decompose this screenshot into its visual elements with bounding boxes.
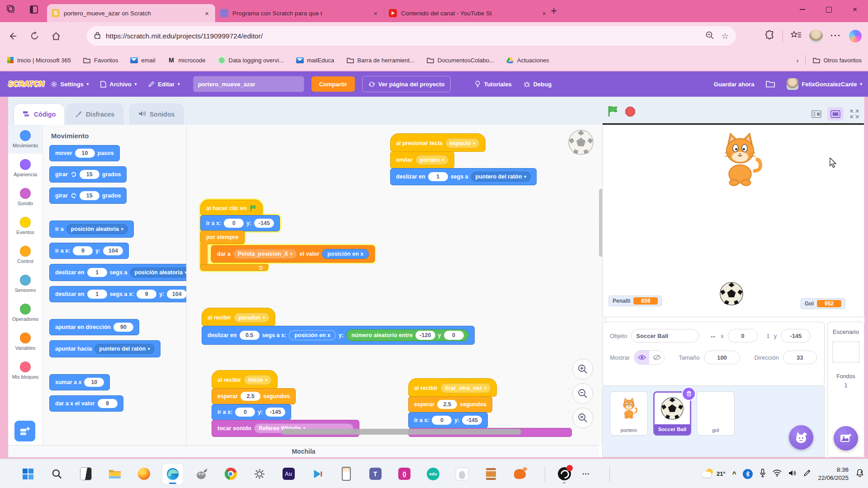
search-icon[interactable] xyxy=(42,463,71,485)
film-icon[interactable] xyxy=(476,463,505,485)
block-value-input[interactable]: 10 xyxy=(84,378,104,387)
block-value-input[interactable]: 9 xyxy=(137,290,156,299)
block-value-input[interactable]: 9 xyxy=(73,246,93,255)
copilot-icon[interactable] xyxy=(849,30,862,42)
soccer-ball-sprite[interactable] xyxy=(719,282,744,308)
block-dropdown[interactable]: Inicio xyxy=(244,375,272,385)
audition-icon[interactable]: Au xyxy=(274,463,303,485)
tab-actions-icon[interactable] xyxy=(6,5,16,14)
block-value-input[interactable]: 104 xyxy=(167,290,187,299)
scratch-block[interactable]: al presionar teclaespacio xyxy=(390,133,486,152)
scratch-block[interactable]: ir a x:0y:-145 xyxy=(408,412,488,428)
stop-button[interactable] xyxy=(625,106,636,119)
bookmark-item[interactable]: DocumentosColabo... xyxy=(427,57,494,64)
scratch-block[interactable]: dar aPelota_posicion_Xel valorposición e… xyxy=(211,245,375,263)
block-dropdown[interactable]: puntero del ratón xyxy=(94,344,154,354)
direction-input[interactable]: 33 xyxy=(783,351,817,364)
other-favorites[interactable]: Otros favoritos xyxy=(812,57,862,64)
bookmark-item[interactable]: Favoritos xyxy=(83,57,118,64)
block-value-input[interactable]: -145 xyxy=(265,408,285,417)
volume-icon[interactable] xyxy=(788,469,797,479)
sprite-card[interactable]: portero xyxy=(610,391,648,436)
zoom-reset-button[interactable] xyxy=(572,408,593,428)
fullscreen-button[interactable] xyxy=(846,107,863,121)
tab-código[interactable]: Código xyxy=(14,103,65,125)
add-extension-button[interactable] xyxy=(14,421,35,441)
reporter-block[interactable]: posición en x xyxy=(322,249,369,259)
bookmark-item[interactable]: Data logging overvi... xyxy=(218,57,284,64)
block-value-input[interactable]: 0 xyxy=(224,219,244,228)
block-value-input[interactable]: 1 xyxy=(428,172,448,181)
zoom-in-button[interactable] xyxy=(572,359,593,380)
share-button[interactable]: Compartir xyxy=(311,76,355,92)
browser-tab[interactable]: Contenido del canal - YouTube St× xyxy=(384,4,552,22)
back-icon[interactable] xyxy=(4,27,22,45)
more-bookmarks-icon[interactable]: › xyxy=(796,56,798,64)
hide-sprite-button[interactable] xyxy=(649,351,664,364)
block-value-input[interactable]: 90 xyxy=(113,323,133,332)
scratch-block[interactable]: ir aposición aleatoria xyxy=(49,221,134,238)
sidebar-category-operadores[interactable]: Operadores xyxy=(8,298,42,327)
add-backdrop-button[interactable] xyxy=(834,426,858,450)
sidebar-category-sonido[interactable]: Sonido xyxy=(8,183,42,211)
save-now-button[interactable]: Guardar ahora xyxy=(708,71,760,97)
bookmark-item[interactable]: email xyxy=(130,57,155,64)
block-value-input[interactable]: 0 xyxy=(444,331,464,340)
weather-widget[interactable]: 21° xyxy=(702,468,726,480)
favorite-star-icon[interactable]: ☆ xyxy=(722,31,729,41)
backpack-bar[interactable]: Mochila xyxy=(8,445,599,457)
bookmark-item[interactable]: mailEduca xyxy=(296,57,335,64)
bookmark-item[interactable]: Inicio | Microsoft 365 xyxy=(6,57,71,64)
block-dropdown[interactable]: posición aleatoria xyxy=(130,267,187,277)
edu-icon[interactable]: edu xyxy=(419,463,448,485)
variable-monitor[interactable]: Gol952 xyxy=(801,298,845,309)
block-value-input[interactable]: -145 xyxy=(462,416,482,425)
address-bar[interactable]: https://scratch.mit.edu/projects/1190999… xyxy=(87,26,736,46)
scratch-block[interactable]: ir a x:9y:104 xyxy=(49,243,129,259)
scratch-block[interactable]: dar a x el valor9 xyxy=(49,395,123,412)
start-icon[interactable] xyxy=(14,463,42,485)
large-stage-button[interactable] xyxy=(827,107,844,121)
scratch-block[interactable]: al recibirparadon xyxy=(202,308,275,326)
block-value-input[interactable]: 0 xyxy=(432,416,452,425)
block-script[interactable]: al presionar teclaespacioenviarporterode… xyxy=(390,134,537,185)
scratch-block[interactable]: deslizar en0.5segs a x:posición en xy:nú… xyxy=(202,326,475,345)
browser-tab[interactable]: Programa con Scratch para que t× xyxy=(216,4,384,22)
tab-close-icon[interactable]: × xyxy=(203,9,211,17)
block-dropdown[interactable]: posición aleatoria xyxy=(66,224,128,234)
contrast-icon[interactable] xyxy=(71,463,100,485)
zoom-out-page-icon[interactable] xyxy=(705,31,714,42)
pinkapp-icon[interactable]: {} xyxy=(390,463,419,485)
bookmark-item[interactable]: Barra de herramient... xyxy=(346,57,414,64)
block-value-input[interactable]: 2.5 xyxy=(241,392,260,401)
scratch-block[interactable]: sumar a x10 xyxy=(49,374,110,390)
scratch-block[interactable]: deslizar en1segs aposición aleatoria xyxy=(49,264,187,281)
scratch-block[interactable]: al recibirtirar_otra_vez xyxy=(408,378,497,397)
block-value-input[interactable]: 15 xyxy=(80,170,99,179)
reporter-block[interactable]: posición en x xyxy=(289,330,336,340)
block-value-input[interactable]: -120 xyxy=(415,331,435,340)
settings-menu[interactable]: Settings▾ xyxy=(45,71,95,97)
sprite-card[interactable]: gol xyxy=(697,391,735,436)
new-tab-button[interactable]: + xyxy=(551,5,557,17)
block-dropdown[interactable]: tirar_otra_vez xyxy=(440,383,491,393)
home-icon[interactable] xyxy=(47,27,65,45)
reload-icon[interactable] xyxy=(25,27,43,45)
size-input[interactable]: 100 xyxy=(704,351,741,364)
sidebar-category-movimiento[interactable]: Movimiento xyxy=(8,125,42,154)
block-dropdown[interactable]: puntero del ratón xyxy=(471,172,531,182)
horizontal-scrollbar[interactable] xyxy=(282,429,521,435)
sprite-card[interactable]: Soccer Ball xyxy=(653,391,691,436)
tab-close-icon[interactable]: × xyxy=(540,9,548,17)
block-value-input[interactable]: -145 xyxy=(254,219,274,228)
maximize-button[interactable] xyxy=(816,0,842,19)
block-dropdown[interactable]: Pelota_posicion_X xyxy=(233,249,297,259)
block-dropdown[interactable]: espacio xyxy=(445,138,480,148)
block-value-input[interactable]: 9 xyxy=(98,399,118,408)
clock[interactable]: 8:36 22/06/2025 xyxy=(818,466,849,482)
my-stuff-folder-icon[interactable] xyxy=(760,71,781,97)
file-menu[interactable]: Archivo▾ xyxy=(94,71,142,97)
y-input[interactable]: -145 xyxy=(781,329,811,343)
scratch-block[interactable]: ir a x:0y:-145 xyxy=(200,215,280,231)
explorer-icon[interactable] xyxy=(100,463,129,485)
